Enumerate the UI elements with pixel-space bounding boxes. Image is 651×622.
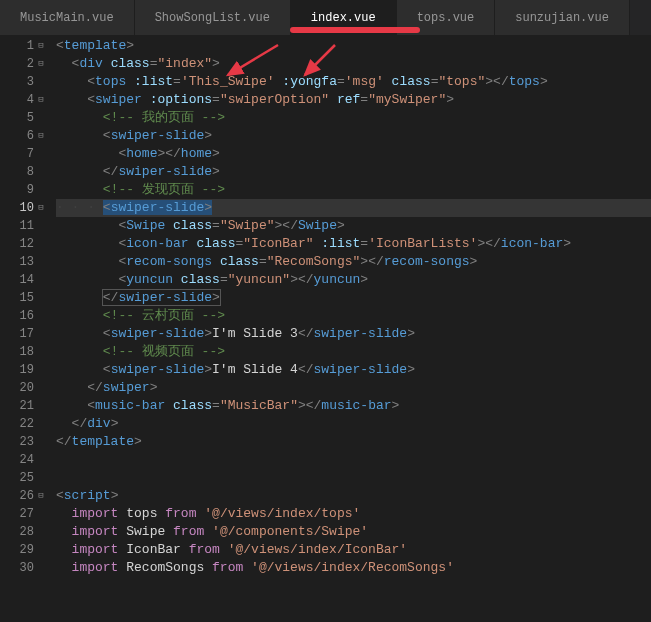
code-editor[interactable]: 1⊟ 2⊟ 3 4⊟ 5 6⊟ 7 8 9 10⊟ 11 12 13 14 15…	[0, 35, 651, 622]
fold-icon[interactable]: ⊟	[36, 37, 46, 55]
fold-icon[interactable]: ⊟	[36, 487, 46, 505]
code-line: import Swipe from '@/components/Swipe'	[56, 523, 651, 541]
code-line	[56, 469, 651, 487]
code-line: </template>	[56, 433, 651, 451]
code-line: <swiper :options="swiperOption" ref="myS…	[56, 91, 651, 109]
tab-showsonglist[interactable]: ShowSongList.vue	[135, 0, 291, 35]
code-line	[56, 451, 651, 469]
tab-musicmain[interactable]: MusicMain.vue	[0, 0, 135, 35]
fold-icon[interactable]: ⊟	[36, 127, 46, 145]
code-line: <swiper-slide>I'm Slide 3</swiper-slide>	[56, 325, 651, 343]
code-line: <home></home>	[56, 145, 651, 163]
code-line: import tops from '@/views/index/tops'	[56, 505, 651, 523]
code-line: </div>	[56, 415, 651, 433]
code-line: <!-- 视频页面 -->	[56, 343, 651, 361]
code-line: import RecomSongs from '@/views/index/Re…	[56, 559, 651, 577]
code-line: </swiper-slide>	[56, 289, 651, 307]
code-line: <!-- 我的页面 -->	[56, 109, 651, 127]
tab-sunzujian[interactable]: sunzujian.vue	[495, 0, 630, 35]
code-line: </swiper>	[56, 379, 651, 397]
fold-icon[interactable]: ⊟	[36, 199, 46, 217]
code-line: <swiper-slide>I'm Slide 4</swiper-slide>	[56, 361, 651, 379]
code-line: <yuncun class="yuncun"></yuncun>	[56, 271, 651, 289]
code-line: <script>	[56, 487, 651, 505]
line-gutter: 1⊟ 2⊟ 3 4⊟ 5 6⊟ 7 8 9 10⊟ 11 12 13 14 15…	[0, 35, 38, 622]
code-line: import IconBar from '@/views/index/IconB…	[56, 541, 651, 559]
code-line: · · · <swiper-slide>	[56, 199, 651, 217]
code-line: <Swipe class="Swipe"></Swipe>	[56, 217, 651, 235]
code-line: <!-- 云村页面 -->	[56, 307, 651, 325]
annotation-underline	[290, 27, 420, 33]
code-line: </swiper-slide>	[56, 163, 651, 181]
fold-icon[interactable]: ⊟	[36, 55, 46, 73]
code-line: <!-- 发现页面 -->	[56, 181, 651, 199]
code-line: <tops :list='This_Swipe' :yongfa='msg' c…	[56, 73, 651, 91]
code-line: <recom-songs class="RecomSongs"></recom-…	[56, 253, 651, 271]
code-line: <swiper-slide>	[56, 127, 651, 145]
code-line: <icon-bar class="IconBar" :list='IconBar…	[56, 235, 651, 253]
code-line: <template>	[56, 37, 651, 55]
fold-icon[interactable]: ⊟	[36, 91, 46, 109]
code-area[interactable]: <template> <div class="index"> <tops :li…	[38, 35, 651, 622]
code-line: <music-bar class="MusicBar"></music-bar>	[56, 397, 651, 415]
code-line: <div class="index">	[56, 55, 651, 73]
